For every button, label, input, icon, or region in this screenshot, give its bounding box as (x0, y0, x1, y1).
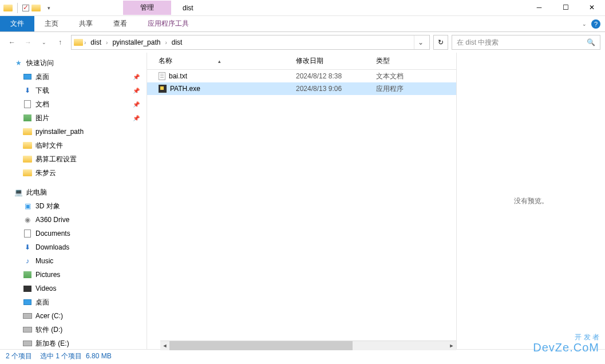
sidebar-item-label: Videos (35, 284, 56, 292)
app-folder-icon (3, 5, 13, 11)
breadcrumb-segment[interactable]: dist (87, 37, 105, 48)
qat-folder[interactable] (31, 5, 43, 11)
exe-icon (159, 85, 167, 93)
address-path[interactable]: › dist › pyinstaller_path › dist ⌄ (71, 35, 430, 50)
no-preview-text: 没有预览。 (514, 196, 548, 206)
sidebar-item[interactable]: ⬇Downloads (0, 240, 147, 254)
chevron-right-icon: › (84, 39, 86, 46)
sidebar-item-label: 桌面 (35, 298, 49, 307)
column-type-header[interactable]: 类型 (376, 56, 456, 66)
drive-a-icon: ◉ (23, 215, 32, 224)
ribbon-share-tab[interactable]: 共享 (69, 16, 103, 31)
sidebar-item[interactable]: 易算工程设置 (0, 152, 147, 166)
sidebar-item[interactable]: ⬇下载📌 (0, 84, 147, 97)
scroll-right-arrow[interactable]: ► (447, 341, 456, 350)
scroll-left-arrow[interactable]: ◄ (160, 341, 169, 350)
file-list[interactable]: 名称▴ 修改日期 类型 bai.txt 2024/8/12 8:38 文本文档 … (147, 53, 456, 349)
nav-back-button[interactable]: ← (5, 35, 19, 50)
sidebar-item[interactable]: ♪Music (0, 254, 147, 268)
quick-access-toolbar: ▾ (0, 3, 54, 13)
search-input[interactable]: 在 dist 中搜索 🔍 (452, 35, 600, 50)
sidebar-item[interactable]: 图片📌 (0, 111, 147, 125)
address-bar: ← → ⌄ ↑ › dist › pyinstaller_path › dist… (0, 32, 605, 53)
sidebar-item[interactable]: Acer (C:) (0, 309, 147, 323)
download-icon: ⬇ (23, 86, 32, 95)
nav-forward-button[interactable]: → (21, 35, 35, 50)
sidebar-item[interactable]: 新加卷 (E:) (0, 337, 147, 349)
ribbon-view-tab[interactable]: 查看 (103, 16, 137, 31)
file-type: 文本文档 (376, 72, 456, 81)
sidebar-item[interactable]: 桌面 (0, 295, 147, 309)
sidebar-item[interactable]: 软件 (D:) (0, 323, 147, 337)
nav-recent-dropdown[interactable]: ⌄ (37, 35, 52, 50)
ribbon-home-tab[interactable]: 主页 (34, 16, 69, 31)
file-type: 应用程序 (376, 84, 456, 94)
doc-icon (23, 229, 32, 238)
column-date-header[interactable]: 修改日期 (296, 56, 376, 66)
sidebar-item[interactable]: ◉A360 Drive (0, 213, 147, 227)
ribbon-expand-icon[interactable]: ⌄ (582, 21, 587, 27)
status-bar: 2 个项目 选中 1 个项目 6.80 MB (0, 349, 605, 363)
scroll-thumb[interactable] (169, 341, 353, 350)
folder-icon (23, 141, 32, 150)
manage-context-tab[interactable]: 管理 (123, 1, 171, 15)
sidebar-label: 此电脑 (26, 188, 47, 197)
drive-icon (23, 311, 32, 321)
sidebar-this-pc[interactable]: 💻 此电脑 (0, 185, 147, 199)
sidebar-item[interactable]: 桌面📌 (0, 70, 147, 84)
download-icon: ⬇ (23, 243, 32, 252)
sidebar-item-label: Acer (C:) (35, 312, 63, 320)
sidebar-item[interactable]: 临时文件 (0, 139, 147, 152)
qat-separator (17, 3, 18, 13)
nav-up-button[interactable]: ↑ (53, 35, 68, 50)
minimize-button[interactable]: ─ (526, 0, 552, 16)
chevron-right-icon: › (165, 39, 167, 46)
sidebar-item-label: 软件 (D:) (35, 325, 62, 335)
sidebar-item-label: Pictures (35, 271, 60, 279)
title-bar: ▾ 管理 dist ─ ☐ ✕ (0, 0, 605, 16)
sidebar-item[interactable]: 文档📌 (0, 97, 147, 111)
address-dropdown[interactable]: ⌄ (414, 35, 427, 49)
sidebar-item[interactable]: 朱梦云 (0, 166, 147, 180)
desktop-icon (23, 72, 32, 81)
help-icon[interactable]: ? (591, 19, 600, 29)
breadcrumb-segment[interactable]: pyinstaller_path (109, 37, 164, 48)
folder-icon (23, 127, 32, 136)
file-date: 2024/8/12 8:38 (296, 72, 376, 80)
breadcrumb-segment[interactable]: dist (168, 37, 186, 48)
column-name-header[interactable]: 名称▴ (147, 56, 296, 66)
qat-dropdown[interactable]: ▾ (43, 5, 54, 11)
sidebar-label: 快速访问 (26, 58, 54, 68)
sidebar-item[interactable]: Documents (0, 227, 147, 240)
sidebar-item[interactable]: pyinstaller_path (0, 125, 147, 139)
drive-icon (23, 325, 32, 334)
close-button[interactable]: ✕ (579, 0, 605, 16)
doc-icon (23, 100, 32, 109)
qat-checkbox[interactable] (20, 5, 31, 11)
navigation-sidebar[interactable]: ★ 快速访问 桌面📌⬇下载📌文档📌图片📌 pyinstaller_path临时文… (0, 53, 147, 349)
pin-icon: 📌 (133, 101, 140, 108)
sidebar-item[interactable]: Pictures (0, 268, 147, 282)
pin-icon: 📌 (133, 88, 140, 94)
refresh-button[interactable]: ↻ (433, 35, 448, 50)
sidebar-item-label: 朱梦云 (35, 168, 56, 178)
sidebar-item-label: Downloads (35, 243, 69, 251)
ribbon-file-tab[interactable]: 文件 (0, 16, 34, 31)
desktop-icon (23, 298, 32, 307)
search-icon: 🔍 (587, 38, 595, 46)
sidebar-quick-access[interactable]: ★ 快速访问 (0, 56, 147, 70)
file-name: bai.txt (169, 72, 187, 80)
window-controls: ─ ☐ ✕ (526, 0, 605, 16)
file-date: 2024/8/13 9:06 (296, 85, 376, 93)
sidebar-item[interactable]: Videos (0, 282, 147, 295)
sidebar-item-label: 3D 对象 (35, 201, 60, 211)
ribbon-apptools-tab[interactable]: 应用程序工具 (137, 16, 199, 31)
maximize-button[interactable]: ☐ (552, 0, 579, 16)
txt-icon (159, 72, 165, 80)
sidebar-item[interactable]: ▣3D 对象 (0, 199, 147, 213)
file-row[interactable]: bai.txt 2024/8/12 8:38 文本文档 (147, 70, 456, 82)
file-row[interactable]: PATH.exe 2024/8/13 9:06 应用程序 (147, 82, 456, 95)
horizontal-scrollbar[interactable]: ◄ ► (160, 341, 456, 350)
file-name: PATH.exe (170, 85, 200, 93)
pin-icon: 📌 (133, 74, 140, 80)
